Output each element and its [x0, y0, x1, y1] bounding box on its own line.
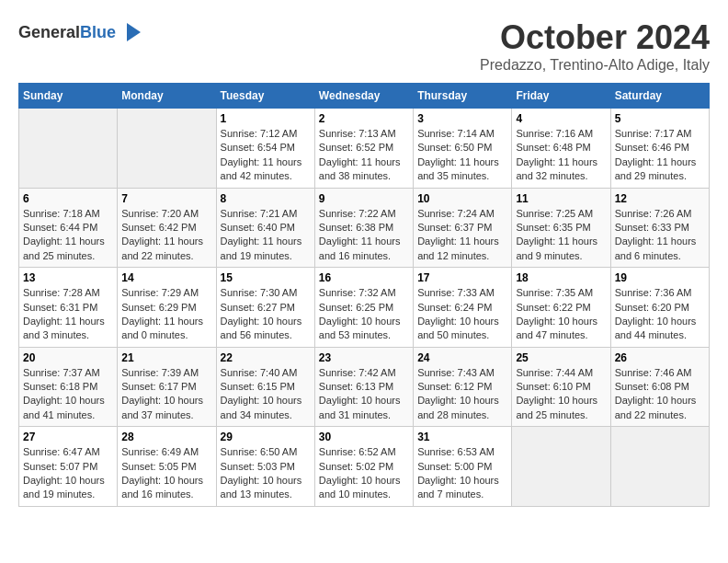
day-info: Sunrise: 7:35 AMSunset: 6:22 PMDaylight:… [516, 286, 606, 343]
day-number: 7 [121, 192, 211, 205]
col-sunday: Sunday [19, 84, 118, 109]
day-number: 4 [516, 112, 606, 125]
col-monday: Monday [118, 84, 216, 109]
day-info: Sunrise: 7:17 AMSunset: 6:46 PMDaylight:… [615, 127, 705, 184]
logo-text-blue: Blue [80, 23, 116, 41]
calendar-cell: 19Sunrise: 7:36 AMSunset: 6:20 PMDayligh… [610, 268, 709, 348]
calendar-week-2: 6Sunrise: 7:18 AMSunset: 6:44 PMDaylight… [19, 188, 710, 268]
calendar-week-4: 20Sunrise: 7:37 AMSunset: 6:18 PMDayligh… [19, 347, 710, 427]
day-info: Sunrise: 7:12 AMSunset: 6:54 PMDaylight:… [221, 127, 311, 184]
day-info: Sunrise: 6:50 AMSunset: 5:03 PMDaylight:… [221, 445, 311, 502]
day-info: Sunrise: 7:28 AMSunset: 6:31 PMDaylight:… [23, 286, 113, 343]
day-info: Sunrise: 7:25 AMSunset: 6:35 PMDaylight:… [516, 207, 606, 264]
day-number: 8 [221, 192, 311, 205]
day-info: Sunrise: 7:16 AMSunset: 6:48 PMDaylight:… [516, 127, 606, 184]
day-number: 21 [121, 351, 211, 364]
calendar-cell [118, 109, 216, 189]
day-info: Sunrise: 7:24 AMSunset: 6:37 PMDaylight:… [417, 207, 507, 264]
calendar-cell [512, 427, 610, 507]
day-number: 29 [221, 431, 311, 443]
day-number: 1 [221, 112, 311, 125]
day-info: Sunrise: 7:20 AMSunset: 6:42 PMDaylight:… [121, 207, 211, 264]
day-number: 14 [121, 271, 211, 284]
calendar-cell: 20Sunrise: 7:37 AMSunset: 6:18 PMDayligh… [19, 347, 118, 427]
calendar-cell: 12Sunrise: 7:26 AMSunset: 6:33 PMDayligh… [610, 188, 709, 268]
day-number: 22 [221, 351, 311, 364]
day-info: Sunrise: 7:14 AMSunset: 6:50 PMDaylight:… [417, 127, 507, 184]
location-title: Predazzo, Trentino-Alto Adige, Italy [480, 57, 710, 74]
day-info: Sunrise: 7:29 AMSunset: 6:29 PMDaylight:… [121, 286, 211, 343]
calendar-cell: 5Sunrise: 7:17 AMSunset: 6:46 PMDaylight… [610, 109, 709, 189]
col-wednesday: Wednesday [314, 84, 413, 109]
month-title: October 2024 [480, 18, 710, 57]
calendar-table: Sunday Monday Tuesday Wednesday Thursday… [18, 83, 710, 507]
calendar-cell: 1Sunrise: 7:12 AMSunset: 6:54 PMDaylight… [216, 109, 314, 189]
day-info: Sunrise: 7:44 AMSunset: 6:10 PMDaylight:… [516, 366, 606, 423]
calendar-cell: 7Sunrise: 7:20 AMSunset: 6:42 PMDaylight… [118, 188, 216, 268]
day-info: Sunrise: 7:46 AMSunset: 6:08 PMDaylight:… [615, 366, 705, 423]
day-info: Sunrise: 7:21 AMSunset: 6:40 PMDaylight:… [221, 207, 311, 264]
calendar-week-5: 27Sunrise: 6:47 AMSunset: 5:07 PMDayligh… [19, 427, 710, 507]
calendar-cell: 10Sunrise: 7:24 AMSunset: 6:37 PMDayligh… [414, 188, 512, 268]
calendar-cell: 16Sunrise: 7:32 AMSunset: 6:25 PMDayligh… [314, 268, 413, 348]
calendar-cell: 27Sunrise: 6:47 AMSunset: 5:07 PMDayligh… [19, 427, 118, 507]
day-number: 12 [615, 192, 705, 205]
logo-general-text: GeneralBlue [18, 23, 116, 42]
day-info: Sunrise: 7:22 AMSunset: 6:38 PMDaylight:… [319, 207, 409, 264]
day-info: Sunrise: 7:18 AMSunset: 6:44 PMDaylight:… [23, 207, 113, 264]
day-number: 31 [417, 431, 507, 443]
calendar-cell: 28Sunrise: 6:49 AMSunset: 5:05 PMDayligh… [118, 427, 216, 507]
calendar-week-1: 1Sunrise: 7:12 AMSunset: 6:54 PMDaylight… [19, 109, 710, 189]
col-saturday: Saturday [610, 84, 709, 109]
col-thursday: Thursday [414, 84, 512, 109]
day-info: Sunrise: 7:39 AMSunset: 6:17 PMDaylight:… [121, 366, 211, 423]
day-number: 10 [417, 192, 507, 205]
calendar-cell: 18Sunrise: 7:35 AMSunset: 6:22 PMDayligh… [512, 268, 610, 348]
calendar-cell: 25Sunrise: 7:44 AMSunset: 6:10 PMDayligh… [512, 347, 610, 427]
day-number: 24 [417, 351, 507, 364]
calendar-cell: 17Sunrise: 7:33 AMSunset: 6:24 PMDayligh… [414, 268, 512, 348]
title-area: October 2024 Predazzo, Trentino-Alto Adi… [480, 18, 710, 74]
calendar-cell: 22Sunrise: 7:40 AMSunset: 6:15 PMDayligh… [216, 347, 314, 427]
day-number: 13 [23, 271, 113, 284]
col-friday: Friday [512, 84, 610, 109]
day-info: Sunrise: 6:53 AMSunset: 5:00 PMDaylight:… [417, 445, 507, 502]
calendar-cell: 2Sunrise: 7:13 AMSunset: 6:52 PMDaylight… [314, 109, 413, 189]
day-info: Sunrise: 7:37 AMSunset: 6:18 PMDaylight:… [23, 366, 113, 423]
calendar-cell: 26Sunrise: 7:46 AMSunset: 6:08 PMDayligh… [610, 347, 709, 427]
calendar-cell: 30Sunrise: 6:52 AMSunset: 5:02 PMDayligh… [314, 427, 413, 507]
calendar-body: 1Sunrise: 7:12 AMSunset: 6:54 PMDaylight… [19, 109, 710, 507]
day-number: 18 [516, 271, 606, 284]
day-info: Sunrise: 7:43 AMSunset: 6:12 PMDaylight:… [417, 366, 507, 423]
calendar-cell: 6Sunrise: 7:18 AMSunset: 6:44 PMDaylight… [19, 188, 118, 268]
day-number: 27 [23, 431, 113, 443]
day-number: 3 [417, 112, 507, 125]
day-number: 25 [516, 351, 606, 364]
day-info: Sunrise: 7:36 AMSunset: 6:20 PMDaylight:… [615, 286, 705, 343]
day-number: 16 [319, 271, 409, 284]
day-info: Sunrise: 6:47 AMSunset: 5:07 PMDaylight:… [23, 445, 113, 502]
calendar-cell: 9Sunrise: 7:22 AMSunset: 6:38 PMDaylight… [314, 188, 413, 268]
calendar-cell: 13Sunrise: 7:28 AMSunset: 6:31 PMDayligh… [19, 268, 118, 348]
calendar-cell [19, 109, 118, 189]
day-info: Sunrise: 7:33 AMSunset: 6:24 PMDaylight:… [417, 286, 507, 343]
day-info: Sunrise: 7:40 AMSunset: 6:15 PMDaylight:… [221, 366, 311, 423]
day-number: 9 [319, 192, 409, 205]
day-number: 6 [23, 192, 113, 205]
page-header: GeneralBlue October 2024 Predazzo, Trent… [18, 18, 710, 74]
day-number: 5 [615, 112, 705, 125]
col-tuesday: Tuesday [216, 84, 314, 109]
logo-icon [118, 18, 145, 46]
calendar-cell: 29Sunrise: 6:50 AMSunset: 5:03 PMDayligh… [216, 427, 314, 507]
calendar-cell: 8Sunrise: 7:21 AMSunset: 6:40 PMDaylight… [216, 188, 314, 268]
day-number: 23 [319, 351, 409, 364]
day-info: Sunrise: 7:32 AMSunset: 6:25 PMDaylight:… [319, 286, 409, 343]
calendar-cell [610, 427, 709, 507]
calendar-cell: 24Sunrise: 7:43 AMSunset: 6:12 PMDayligh… [414, 347, 512, 427]
calendar-cell: 14Sunrise: 7:29 AMSunset: 6:29 PMDayligh… [118, 268, 216, 348]
day-info: Sunrise: 7:13 AMSunset: 6:52 PMDaylight:… [319, 127, 409, 184]
day-number: 19 [615, 271, 705, 284]
logo: GeneralBlue [18, 18, 145, 46]
day-number: 20 [23, 351, 113, 364]
day-info: Sunrise: 7:30 AMSunset: 6:27 PMDaylight:… [221, 286, 311, 343]
